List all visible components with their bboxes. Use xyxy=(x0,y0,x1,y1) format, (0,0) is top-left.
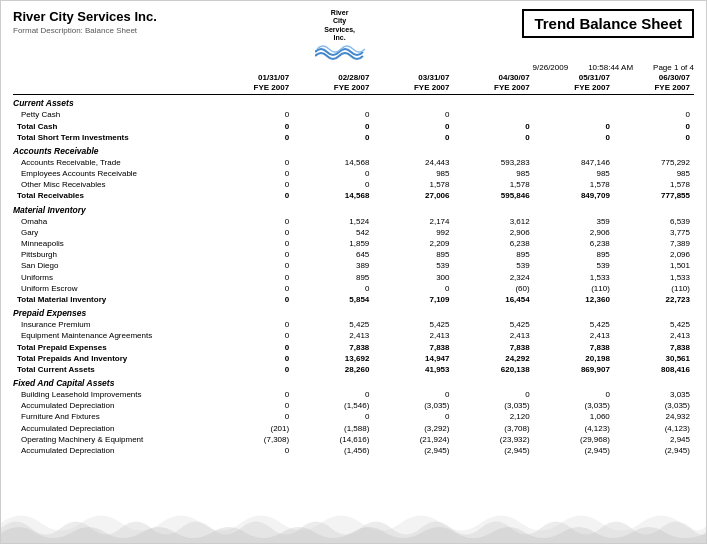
table-row: Furniture And Fixtures 000 2,1201,06024,… xyxy=(13,411,694,422)
table-row: Minneapolis 01,8592,209 6,2386,2387,389 xyxy=(13,238,694,249)
company-info: River City Services Inc. Format Descript… xyxy=(13,9,157,35)
table-row: Total Current Assets 028,26041,953 620,1… xyxy=(13,364,694,375)
table-row: Accumulated Depreciation 0(1,456)(2,945)… xyxy=(13,445,694,456)
report-title: Trend Balance Sheet xyxy=(534,15,682,32)
table-row: Total Prepaids And Inventory 013,69214,9… xyxy=(13,353,694,364)
company-name: River City Services Inc. xyxy=(13,9,157,24)
table-row: Total Material Inventory 05,8547,109 16,… xyxy=(13,294,694,305)
table-row: Building Leasehold Improvements 000 003,… xyxy=(13,389,694,400)
logo-waves-icon xyxy=(315,43,365,61)
table-row: Accumulated Depreciation 0(1,546)(3,035)… xyxy=(13,400,694,411)
col-header-4: 04/30/07FYE 2007 xyxy=(453,73,533,94)
report-date: 9/26/2009 xyxy=(533,63,569,72)
col-header-1: 01/31/07FYE 2007 xyxy=(213,73,293,94)
report-page: Page 1 of 4 xyxy=(653,63,694,72)
table-row: Uniforms 0895300 2,3241,5331,533 xyxy=(13,272,694,283)
table-row: Total Receivables 014,56827,006 595,8468… xyxy=(13,190,694,201)
table-row: Insurance Premium 05,4255,425 5,4255,425… xyxy=(13,319,694,330)
col-header-6: 06/30/07FYE 2007 xyxy=(614,73,694,94)
section-prepaid-title: Prepaid Expenses xyxy=(13,308,694,318)
table-row: Total Cash 000 000 xyxy=(13,121,694,132)
table-row: Omaha 01,5242,174 3,6123596,539 xyxy=(13,216,694,227)
table-row: Gary 0542992 2,9062,9063,775 xyxy=(13,227,694,238)
report-time: 10:58:44 AM xyxy=(588,63,633,72)
top-divider xyxy=(13,94,694,95)
col-header-3: 03/31/07FYE 2007 xyxy=(373,73,453,94)
table-row: San Diego 0389539 5395391,501 xyxy=(13,260,694,271)
title-box: Trend Balance Sheet xyxy=(522,9,694,38)
format-desc: Format Description: Balance Sheet xyxy=(13,26,157,35)
page: River City Services Inc. Format Descript… xyxy=(0,0,707,544)
table-row: Accounts Receivable, Trade 014,56824,443… xyxy=(13,157,694,168)
header: River City Services Inc. Format Descript… xyxy=(13,9,694,61)
table-row: Accumulated Depreciation (201)(1,588)(3,… xyxy=(13,423,694,434)
table-row: Total Prepaid Expenses 07,8387,838 7,838… xyxy=(13,342,694,353)
col-header-2: 02/28/07FYE 2007 xyxy=(293,73,373,94)
table-row: Other Misc Receivables 001,578 1,5781,57… xyxy=(13,179,694,190)
bottom-wave-decoration xyxy=(1,503,707,543)
section-fixed-title: Fixed And Capital Assets xyxy=(13,378,694,388)
table-row: Total Short Term Investments 000 000 xyxy=(13,132,694,143)
table-row: Operating Machinery & Equipment (7,308)(… xyxy=(13,434,694,445)
section-current-assets-title: Current Assets xyxy=(13,98,694,108)
section-inventory-title: Material Inventory xyxy=(13,205,694,215)
col-headers: 01/31/07FYE 2007 02/28/07FYE 2007 03/31/… xyxy=(13,73,694,94)
section-ar-title: Accounts Receivable xyxy=(13,146,694,156)
logo-area: RiverCityServices,Inc. xyxy=(315,9,365,61)
table-row: Equipment Maintenance Agreements 02,4132… xyxy=(13,330,694,341)
table-row: Employees Accounts Receivable 00985 9859… xyxy=(13,168,694,179)
logo-text: RiverCityServices,Inc. xyxy=(324,9,355,43)
col-header-5: 05/31/07FYE 2007 xyxy=(534,73,614,94)
table-row: Pittsburgh 0645895 8958952,096 xyxy=(13,249,694,260)
meta-row: 9/26/2009 10:58:44 AM Page 1 of 4 xyxy=(13,63,694,72)
table-row: Uniform Escrow 000 (60)(110)(110) xyxy=(13,283,694,294)
table-row: Petty Cash 000 0 xyxy=(13,109,694,120)
